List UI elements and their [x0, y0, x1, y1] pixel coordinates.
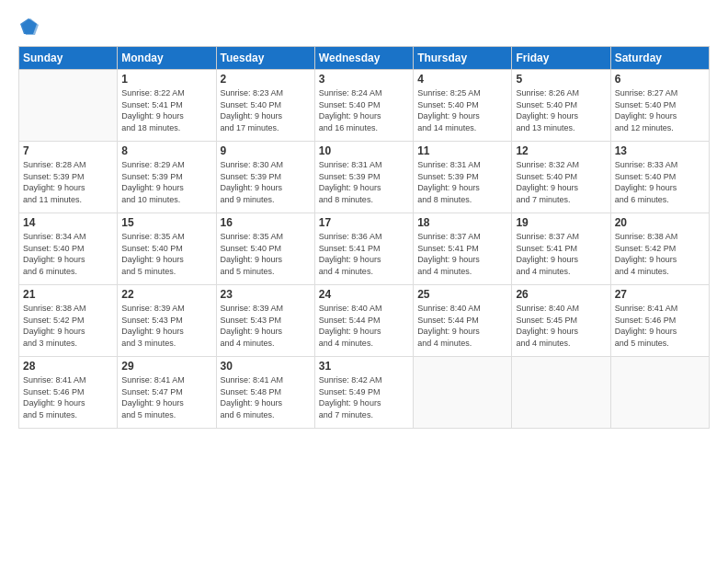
calendar-cell — [19, 70, 118, 142]
day-number: 28 — [23, 360, 113, 373]
day-number: 7 — [23, 144, 113, 157]
calendar-cell: 11Sunrise: 8:31 AMSunset: 5:39 PMDayligh… — [414, 142, 512, 213]
day-number: 8 — [121, 144, 211, 157]
cell-info: Sunrise: 8:37 AMSunset: 5:41 PMDaylight:… — [417, 231, 507, 277]
cell-info: Sunrise: 8:42 AMSunset: 5:49 PMDaylight:… — [319, 374, 409, 420]
cell-info: Sunrise: 8:41 AMSunset: 5:46 PMDaylight:… — [23, 374, 113, 420]
day-number: 29 — [121, 360, 211, 373]
day-number: 6 — [615, 73, 705, 86]
day-number: 24 — [319, 288, 409, 301]
calendar-cell: 9Sunrise: 8:30 AMSunset: 5:39 PMDaylight… — [216, 142, 314, 213]
cell-info: Sunrise: 8:41 AMSunset: 5:48 PMDaylight:… — [221, 374, 311, 420]
day-number: 12 — [516, 144, 606, 157]
day-number: 1 — [121, 73, 211, 86]
header-day-monday: Monday — [118, 47, 216, 70]
week-row-4: 28Sunrise: 8:41 AMSunset: 5:46 PMDayligh… — [19, 357, 710, 429]
day-number: 30 — [221, 360, 311, 373]
page: SundayMondayTuesdayWednesdayThursdayFrid… — [0, 0, 728, 563]
calendar-cell: 15Sunrise: 8:35 AMSunset: 5:40 PMDayligh… — [118, 213, 216, 285]
calendar-cell: 30Sunrise: 8:41 AMSunset: 5:48 PMDayligh… — [216, 357, 314, 429]
day-number: 20 — [615, 216, 705, 229]
day-number: 13 — [615, 144, 705, 157]
week-row-1: 7Sunrise: 8:28 AMSunset: 5:39 PMDaylight… — [19, 142, 710, 213]
header-day-friday: Friday — [512, 47, 610, 70]
header — [18, 17, 710, 37]
cell-info: Sunrise: 8:33 AMSunset: 5:40 PMDaylight:… — [615, 159, 705, 205]
day-number: 25 — [417, 288, 507, 301]
cell-info: Sunrise: 8:24 AMSunset: 5:40 PMDaylight:… — [319, 87, 409, 133]
calendar-cell: 6Sunrise: 8:27 AMSunset: 5:40 PMDaylight… — [610, 70, 709, 142]
cell-info: Sunrise: 8:25 AMSunset: 5:40 PMDaylight:… — [417, 87, 507, 133]
calendar-cell: 13Sunrise: 8:33 AMSunset: 5:40 PMDayligh… — [610, 142, 709, 213]
calendar-cell: 16Sunrise: 8:35 AMSunset: 5:40 PMDayligh… — [216, 213, 314, 285]
calendar-cell: 22Sunrise: 8:39 AMSunset: 5:43 PMDayligh… — [118, 285, 216, 357]
week-row-0: 1Sunrise: 8:22 AMSunset: 5:41 PMDaylight… — [19, 70, 710, 142]
calendar-cell: 21Sunrise: 8:38 AMSunset: 5:42 PMDayligh… — [19, 285, 118, 357]
day-number: 3 — [319, 73, 409, 86]
header-day-tuesday: Tuesday — [216, 47, 314, 70]
cell-info: Sunrise: 8:38 AMSunset: 5:42 PMDaylight:… — [23, 303, 113, 349]
day-number: 4 — [417, 73, 507, 86]
cell-info: Sunrise: 8:41 AMSunset: 5:47 PMDaylight:… — [121, 374, 211, 420]
cell-info: Sunrise: 8:36 AMSunset: 5:41 PMDaylight:… — [319, 231, 409, 277]
cell-info: Sunrise: 8:39 AMSunset: 5:43 PMDaylight:… — [221, 303, 311, 349]
calendar-cell: 31Sunrise: 8:42 AMSunset: 5:49 PMDayligh… — [314, 357, 413, 429]
cell-info: Sunrise: 8:32 AMSunset: 5:40 PMDaylight:… — [516, 159, 606, 205]
day-number: 2 — [221, 73, 311, 86]
calendar-cell: 28Sunrise: 8:41 AMSunset: 5:46 PMDayligh… — [19, 357, 118, 429]
day-number: 5 — [516, 73, 606, 86]
cell-info: Sunrise: 8:23 AMSunset: 5:40 PMDaylight:… — [221, 87, 311, 133]
cell-info: Sunrise: 8:28 AMSunset: 5:39 PMDaylight:… — [23, 159, 113, 205]
cell-info: Sunrise: 8:26 AMSunset: 5:40 PMDaylight:… — [516, 87, 606, 133]
calendar-cell: 8Sunrise: 8:29 AMSunset: 5:39 PMDaylight… — [118, 142, 216, 213]
calendar-cell — [414, 357, 512, 429]
header-day-sunday: Sunday — [19, 47, 118, 70]
cell-info: Sunrise: 8:40 AMSunset: 5:45 PMDaylight:… — [516, 303, 606, 349]
calendar-cell: 17Sunrise: 8:36 AMSunset: 5:41 PMDayligh… — [314, 213, 413, 285]
week-row-3: 21Sunrise: 8:38 AMSunset: 5:42 PMDayligh… — [19, 285, 710, 357]
calendar-cell — [512, 357, 610, 429]
calendar-cell: 27Sunrise: 8:41 AMSunset: 5:46 PMDayligh… — [610, 285, 709, 357]
cell-info: Sunrise: 8:31 AMSunset: 5:39 PMDaylight:… — [319, 159, 409, 205]
day-number: 22 — [121, 288, 211, 301]
cell-info: Sunrise: 8:39 AMSunset: 5:43 PMDaylight:… — [121, 303, 211, 349]
calendar-cell — [610, 357, 709, 429]
calendar-cell: 18Sunrise: 8:37 AMSunset: 5:41 PMDayligh… — [414, 213, 512, 285]
day-number: 31 — [319, 360, 409, 373]
cell-info: Sunrise: 8:35 AMSunset: 5:40 PMDaylight:… — [121, 231, 211, 277]
day-number: 16 — [221, 216, 311, 229]
header-day-wednesday: Wednesday — [314, 47, 413, 70]
week-row-2: 14Sunrise: 8:34 AMSunset: 5:40 PMDayligh… — [19, 213, 710, 285]
header-day-saturday: Saturday — [610, 47, 709, 70]
calendar-cell: 19Sunrise: 8:37 AMSunset: 5:41 PMDayligh… — [512, 213, 610, 285]
calendar-cell: 7Sunrise: 8:28 AMSunset: 5:39 PMDaylight… — [19, 142, 118, 213]
cell-info: Sunrise: 8:40 AMSunset: 5:44 PMDaylight:… — [417, 303, 507, 349]
cell-info: Sunrise: 8:27 AMSunset: 5:40 PMDaylight:… — [615, 87, 705, 133]
cell-info: Sunrise: 8:37 AMSunset: 5:41 PMDaylight:… — [516, 231, 606, 277]
calendar-cell: 29Sunrise: 8:41 AMSunset: 5:47 PMDayligh… — [118, 357, 216, 429]
cell-info: Sunrise: 8:22 AMSunset: 5:41 PMDaylight:… — [121, 87, 211, 133]
calendar-cell: 20Sunrise: 8:38 AMSunset: 5:42 PMDayligh… — [610, 213, 709, 285]
calendar-cell: 23Sunrise: 8:39 AMSunset: 5:43 PMDayligh… — [216, 285, 314, 357]
calendar-header: SundayMondayTuesdayWednesdayThursdayFrid… — [19, 47, 710, 70]
day-number: 11 — [417, 144, 507, 157]
cell-info: Sunrise: 8:30 AMSunset: 5:39 PMDaylight:… — [221, 159, 311, 205]
day-number: 27 — [615, 288, 705, 301]
header-row: SundayMondayTuesdayWednesdayThursdayFrid… — [19, 47, 710, 70]
calendar-table: SundayMondayTuesdayWednesdayThursdayFrid… — [18, 46, 710, 429]
day-number: 10 — [319, 144, 409, 157]
calendar-cell: 12Sunrise: 8:32 AMSunset: 5:40 PMDayligh… — [512, 142, 610, 213]
calendar-cell: 25Sunrise: 8:40 AMSunset: 5:44 PMDayligh… — [414, 285, 512, 357]
calendar-cell: 24Sunrise: 8:40 AMSunset: 5:44 PMDayligh… — [314, 285, 413, 357]
calendar-cell: 14Sunrise: 8:34 AMSunset: 5:40 PMDayligh… — [19, 213, 118, 285]
calendar-cell: 1Sunrise: 8:22 AMSunset: 5:41 PMDaylight… — [118, 70, 216, 142]
calendar-cell: 3Sunrise: 8:24 AMSunset: 5:40 PMDaylight… — [314, 70, 413, 142]
logo-icon — [18, 17, 39, 37]
day-number: 17 — [319, 216, 409, 229]
day-number: 9 — [221, 144, 311, 157]
cell-info: Sunrise: 8:34 AMSunset: 5:40 PMDaylight:… — [23, 231, 113, 277]
cell-info: Sunrise: 8:41 AMSunset: 5:46 PMDaylight:… — [615, 303, 705, 349]
header-day-thursday: Thursday — [414, 47, 512, 70]
day-number: 26 — [516, 288, 606, 301]
calendar-cell: 4Sunrise: 8:25 AMSunset: 5:40 PMDaylight… — [414, 70, 512, 142]
